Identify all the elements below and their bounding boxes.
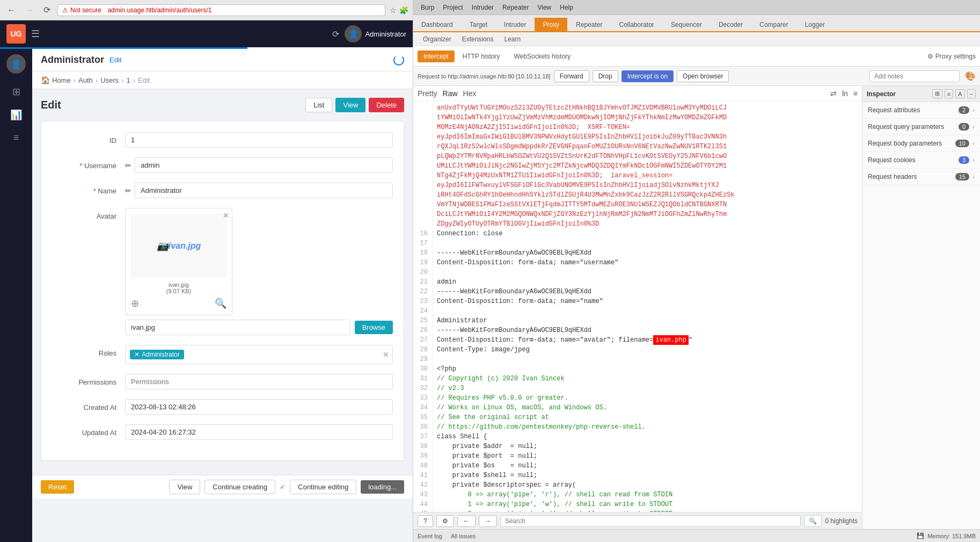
burp-proxy-settings[interactable]: ⚙ Proxy settings [927,53,976,60]
avatar-close-button[interactable]: ✕ [223,211,229,220]
id-input[interactable] [125,132,393,148]
list-button[interactable]: List [305,98,332,112]
inspector-query-arrow: › [972,123,975,131]
burp-tab-sequencer[interactable]: Sequencer [663,18,710,31]
ln-btn[interactable]: ln [840,88,850,99]
inspector-query-params[interactable]: Request query parameters 0 › [862,119,980,135]
code-line: 44 1 => array('pipe', 'w'), // shell can… [413,500,862,509]
burp-tab-dashboard[interactable]: Dashboard [413,18,461,31]
burp-search-button[interactable]: 🔍 [804,515,822,527]
loading-button[interactable]: loading... [361,480,404,494]
burp-menu-view[interactable]: View [533,3,555,12]
palette-icon[interactable]: 🎨 [965,71,976,81]
bottom-view-button[interactable]: View [169,480,200,494]
view-button[interactable]: View [335,98,365,112]
continue-creating-button[interactable]: Continue creating [204,480,275,494]
name-edit-icon[interactable]: ✏ [125,186,131,195]
burp-menu-help[interactable]: Help [555,3,577,12]
breadcrumb-home[interactable]: Home [52,76,71,84]
extension-btn[interactable]: 🧩 [399,6,408,15]
burp-subtab-intercept[interactable]: Intercept [418,50,455,62]
burp-extra-learn[interactable]: Learn [499,34,526,44]
delete-button[interactable]: Delete [369,98,404,112]
username-input[interactable] [135,157,393,173]
breadcrumb-auth[interactable]: Auth [78,76,93,84]
burp-tab-target[interactable]: Target [462,18,495,31]
name-input[interactable] [135,183,393,198]
intercept-on-button[interactable]: Intercept is on [621,70,674,82]
burp-tab-intruder[interactable]: Intruder [496,18,534,31]
code-line: 18 ------WebKitFormBoundaryA6wOC9EBL9qHE… [413,248,862,258]
forward-button[interactable]: Forward [554,70,589,82]
reset-button[interactable]: Reset [41,480,74,494]
word-wrap-btn[interactable]: ⇄ [828,88,839,99]
burp-search-input[interactable] [500,515,801,527]
roles-clear-button[interactable]: ✕ [383,350,389,359]
created-at-input[interactable] [125,399,393,415]
browser-forward-btn[interactable]: → [23,4,36,16]
browse-button[interactable]: Browse [355,321,393,334]
next-btn[interactable]: → [479,515,497,527]
inspector-icon-grid[interactable]: ⊞ [932,89,942,98]
inspector-cookies[interactable]: Request cookies 3 › [862,152,980,169]
inspector-request-attributes[interactable]: Request attributes 2 › [862,102,980,119]
burp-menu-repeater[interactable]: Repeater [498,3,533,12]
continue-editing-button[interactable]: Continue editing [290,480,356,494]
burp-tab-repeater[interactable]: Repeater [568,18,610,31]
breadcrumb-users[interactable]: Users [100,76,119,84]
code-line: 19 Content-Disposition: form-data; name=… [413,258,862,268]
pretty-view-btn[interactable]: Pretty [415,88,440,99]
bookmark-btn[interactable]: ☆ [390,6,397,15]
burp-subtab-websockets[interactable]: WebSockets history [508,50,577,62]
burp-menu-intruder[interactable]: Intruder [467,3,498,12]
sidebar-icon-grid[interactable]: ⊞ [4,82,28,102]
inspector-icon-list[interactable]: ≡ [945,89,953,98]
inspector-icon-minus[interactable]: − [967,89,976,98]
burp-tab-collaborator[interactable]: Collaborator [611,18,662,31]
file-input[interactable] [125,320,350,335]
drop-button[interactable]: Drop [593,70,618,82]
code-line: eyJpdI6ImImaGxIWiG1BUlBMV3NPWVxHdytGUlE9… [413,132,862,142]
add-notes-input[interactable] [869,70,960,82]
header-refresh-icon[interactable]: ⟳ [332,29,339,39]
browser-back-btn[interactable]: ← [4,4,18,16]
roles-label: Roles [52,345,116,357]
burp-tab-comparer[interactable]: Comparer [751,18,796,31]
user-menu[interactable]: 👤 Administrator [345,25,406,42]
sidebar-icon-menu[interactable]: ≡ [4,128,28,148]
open-browser-button[interactable]: Open browser [677,70,729,82]
burp-subtab-http-history[interactable]: HTTP history [457,50,506,62]
burp-tab-proxy[interactable]: Proxy [535,18,567,31]
browser-refresh-btn[interactable]: ⟳ [41,4,53,16]
burp-extra-extensions[interactable]: Extensions [457,34,499,44]
permissions-input[interactable] [125,374,393,389]
inspector-body-params[interactable]: Request body parameters 10 › [862,135,980,152]
burp-code-area[interactable]: anUxdTYyUWtTUGY1MOozS2l3ZUOyTEtzc2tHNkhB… [413,101,862,512]
help-icon-btn[interactable]: ? [418,515,433,527]
username-edit-icon[interactable]: ✏ [125,161,131,170]
breadcrumb-id[interactable]: 1 [126,76,130,84]
burp-tab-logger[interactable]: Logger [797,18,833,31]
burp-menu-burp[interactable]: Burp [416,3,438,12]
avatar-add-button[interactable]: ⊕ [131,298,139,309]
inspector-icon-text[interactable]: A [955,89,964,98]
prev-btn[interactable]: ← [457,515,476,527]
avatar-zoom-button[interactable]: 🔍 [215,298,226,309]
settings-icon-btn[interactable]: ⚙ [436,515,454,527]
admin-heading-edit-link[interactable]: Edit [109,56,121,64]
more-btn[interactable]: ≡ [851,88,860,99]
inspector-headers[interactable]: Request headers 15 › [862,169,980,185]
inspector-body-arrow: › [972,140,975,147]
hex-view-btn[interactable]: Hex [461,88,479,99]
all-issues-tab[interactable]: All issues [451,533,476,539]
raw-view-btn[interactable]: Raw [441,88,460,99]
updated-at-input[interactable] [125,424,393,440]
sidebar-icon-chart[interactable]: 📊 [4,105,28,125]
address-bar[interactable]: ⚠ Not secure admin.usage.htb/admin/auth/… [57,4,385,16]
hamburger-menu-icon[interactable]: ☰ [31,28,40,40]
burp-tab-decoder[interactable]: Decoder [711,18,751,31]
burp-menu-project[interactable]: Project [438,3,467,12]
event-log-tab[interactable]: Event log [418,533,442,539]
roles-field[interactable]: ✕ Administrator ✕ [125,345,393,364]
burp-extra-organizer[interactable]: Organizer [418,34,457,44]
